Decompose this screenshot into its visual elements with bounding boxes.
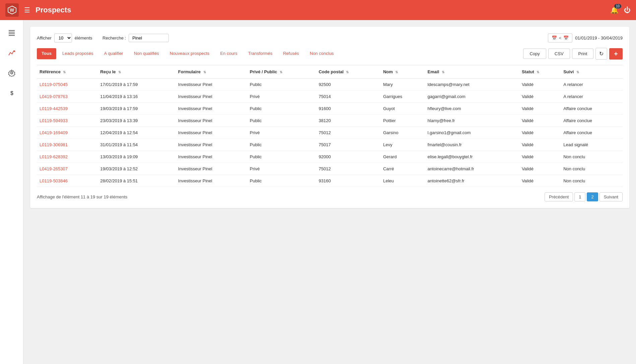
cell-statut: Validé [519, 79, 561, 91]
pagination-buttons: Précédent 1 2 Suivant [545, 192, 623, 201]
ref-link[interactable]: L0419-169409 [40, 130, 68, 135]
cell-prive-public: Public [247, 175, 316, 187]
sidebar-icon-dollar[interactable]: $ [6, 87, 18, 99]
ref-link[interactable]: L0119-442539 [40, 106, 68, 111]
cell-statut: Validé [519, 115, 561, 127]
logo[interactable]: W [5, 3, 19, 17]
cell-formulaire: Investisseur Pinel [175, 151, 247, 163]
filter-tab-tous[interactable]: Tous [37, 48, 56, 59]
cell-recu-le: 12/04/2019 à 12:54 [97, 127, 175, 139]
hamburger-icon[interactable]: ☰ [24, 6, 30, 14]
cell-statut: Validé [519, 127, 561, 139]
filter-tab-en-cours[interactable]: En cours [215, 48, 242, 59]
cell-code-postal: 92500 [316, 79, 380, 91]
pagination-next[interactable]: Suivant [599, 192, 623, 201]
sort-icon-reference[interactable]: ⇅ [63, 70, 66, 74]
controls-right: 📅 < 📅 01/01/2019 - 30/04/2019 [548, 33, 623, 42]
cell-statut: Validé [519, 139, 561, 151]
date-range-separator: < [559, 35, 562, 40]
page-title: Prospects [36, 6, 605, 14]
cell-prive-public: Public [247, 103, 316, 115]
cell-nom: Mary [380, 79, 425, 91]
ref-link[interactable]: L0119-306981 [40, 142, 68, 147]
cell-prive-public: Public [247, 151, 316, 163]
filter-tab-non-qualifies[interactable]: Non qualifiés [129, 48, 164, 59]
table-row: L0119-442539 19/03/2019 à 17:59 Investis… [37, 103, 623, 115]
cell-code-postal: 75012 [316, 163, 380, 175]
col-formulaire: Formulaire ⇅ [175, 65, 247, 79]
cell-email: hfleury@live.com [425, 103, 519, 115]
sort-icon-recu-le[interactable]: ⇅ [118, 70, 121, 74]
cell-suivi: Non conclu [561, 151, 623, 163]
cell-recu-le: 23/03/2019 à 13:39 [97, 115, 175, 127]
ref-link[interactable]: L0419-078763 [40, 94, 68, 99]
cell-code-postal: 75014 [316, 91, 380, 103]
bell-icon[interactable]: 🔔 10 [610, 6, 619, 14]
svg-rect-2 [9, 30, 15, 31]
sort-icon-formulaire[interactable]: ⇅ [203, 70, 206, 74]
date-range-button[interactable]: 📅 < 📅 [548, 33, 573, 42]
cell-code-postal: 75012 [316, 127, 380, 139]
table-row: L0419-078763 11/04/2019 à 13:16 Investis… [37, 91, 623, 103]
ref-link[interactable]: L0119-594933 [40, 118, 68, 123]
copy-button[interactable]: Copy [523, 49, 546, 59]
cell-email: elise.legall@bouygtel.fr [425, 151, 519, 163]
filter-tab-refuses[interactable]: Refusés [278, 48, 304, 59]
ref-link[interactable]: L0119-075045 [40, 82, 68, 87]
cell-formulaire: Investisseur Pinel [175, 127, 247, 139]
calendar-icon-left: 📅 [552, 35, 557, 40]
pagination-prev[interactable]: Précédent [545, 192, 573, 201]
cell-code-postal: 92000 [316, 151, 380, 163]
data-table: Référence ⇅ Reçu le ⇅ Formulaire ⇅ Privé… [37, 65, 623, 187]
cell-statut: Validé [519, 163, 561, 175]
cell-nom: Gerard [380, 151, 425, 163]
action-buttons: Copy CSV Print ↻ + [523, 48, 623, 60]
afficher-label: Afficher [37, 35, 52, 40]
svg-text:$: $ [10, 90, 13, 96]
sidebar-icon-chart[interactable] [6, 47, 18, 59]
csv-button[interactable]: CSV [548, 49, 570, 59]
cell-suivi: Lead signalé [561, 139, 623, 151]
add-button[interactable]: + [609, 48, 623, 60]
afficher-select[interactable]: 10 25 50 [54, 33, 72, 42]
filter-tab-nouveaux-prospects[interactable]: Nouveaux prospects [165, 48, 214, 59]
pagination-page-2[interactable]: 2 [587, 192, 598, 201]
sort-icon-email[interactable]: ⇅ [442, 70, 444, 74]
cell-reference: L0119-442539 [37, 103, 97, 115]
cell-formulaire: Investisseur Pinel [175, 91, 247, 103]
filter-tab-leads-proposes[interactable]: Leads proposés [58, 48, 98, 59]
cell-reference: L0119-594933 [37, 115, 97, 127]
cell-nom: Levy [380, 139, 425, 151]
table-row: L0119-594933 23/03/2019 à 13:39 Investis… [37, 115, 623, 127]
sort-icon-statut[interactable]: ⇅ [537, 70, 539, 74]
refresh-button[interactable]: ↻ [595, 48, 607, 60]
cell-nom: Leleu [380, 175, 425, 187]
power-icon[interactable]: ⏻ [624, 6, 631, 14]
ref-link[interactable]: L0419-265307 [40, 166, 68, 171]
cell-recu-le: 19/03/2019 à 12:52 [97, 163, 175, 175]
cell-nom: Garsino [380, 127, 425, 139]
sort-icon-suivi[interactable]: ⇅ [576, 70, 579, 74]
col-email: Email ⇅ [425, 65, 519, 79]
print-button[interactable]: Print [572, 49, 594, 59]
sidebar-icon-list[interactable] [6, 27, 18, 39]
filter-tab-non-conclus[interactable]: Non conclus [305, 48, 339, 59]
search-input[interactable] [129, 34, 169, 42]
table-header-row: Référence ⇅ Reçu le ⇅ Formulaire ⇅ Privé… [37, 65, 623, 79]
sort-icon-nom[interactable]: ⇅ [395, 70, 398, 74]
cell-prive-public: Privé [247, 163, 316, 175]
cell-email: gagarri@gmail.com [425, 91, 519, 103]
pagination-page-1[interactable]: 1 [574, 192, 585, 201]
cell-formulaire: Investisseur Pinel [175, 163, 247, 175]
cell-email: antoinecarre@hotmail.fr [425, 163, 519, 175]
sort-icon-prive-public[interactable]: ⇅ [280, 70, 282, 74]
ref-link[interactable]: L0119-628392 [40, 154, 68, 159]
calendar-icon-right: 📅 [563, 35, 569, 40]
filter-row: Tous Leads proposés A qualifier Non qual… [37, 48, 623, 60]
sort-icon-code-postal[interactable]: ⇅ [346, 70, 349, 74]
ref-link[interactable]: L0119-503846 [40, 178, 68, 183]
filter-tab-transformes[interactable]: Transformés [243, 48, 277, 59]
cell-email: l.garsino1@gmail.com [425, 127, 519, 139]
filter-tab-a-qualifier[interactable]: A qualifier [99, 48, 128, 59]
sidebar-icon-settings[interactable] [6, 67, 18, 79]
